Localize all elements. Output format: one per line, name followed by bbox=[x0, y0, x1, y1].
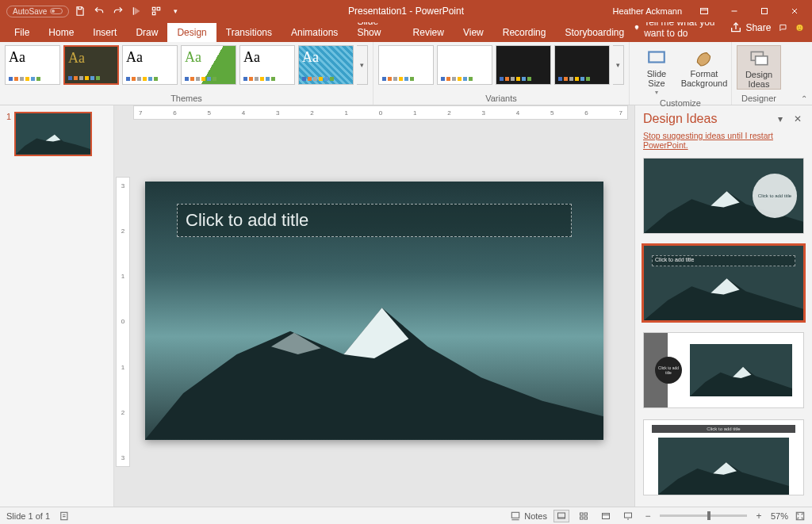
stop-suggesting-link[interactable]: Stop suggesting ideas until I restart Po… bbox=[643, 131, 804, 150]
pane-close-icon[interactable]: ✕ bbox=[791, 113, 804, 125]
themes-more-icon[interactable]: ▾ bbox=[357, 45, 368, 85]
idea3-title-circle: Click to add title bbox=[655, 357, 682, 384]
slideshow-view-icon[interactable] bbox=[620, 510, 636, 522]
theme-option-4[interactable]: Aa bbox=[181, 45, 236, 85]
tab-insert[interactable]: Insert bbox=[83, 23, 126, 42]
svg-rect-28 bbox=[584, 513, 588, 515]
qat-more-icon[interactable]: ▾ bbox=[167, 3, 183, 19]
comments-icon[interactable] bbox=[779, 21, 787, 34]
slide-size-button[interactable]: Slide Size ▾ bbox=[634, 45, 679, 97]
slide-editor: 765432101234567 3210123 Click to add tit… bbox=[114, 105, 634, 507]
designer-group-label: Designer bbox=[737, 92, 781, 103]
variant-option-1[interactable] bbox=[378, 45, 434, 85]
design-idea-1[interactable]: Click to add title bbox=[643, 158, 804, 234]
feedback-icon[interactable] bbox=[795, 21, 804, 34]
svg-rect-8 bbox=[649, 52, 665, 63]
autosave-toggle[interactable]: AutoSave bbox=[6, 6, 69, 17]
touch-mode-icon[interactable] bbox=[148, 3, 164, 19]
design-ideas-pane: Design Ideas ▾ ✕ Stop suggesting ideas u… bbox=[634, 105, 812, 507]
redo-icon[interactable] bbox=[110, 3, 126, 19]
undo-icon[interactable] bbox=[91, 3, 107, 19]
svg-rect-1 bbox=[158, 7, 161, 10]
slide-thumbnail-pane: 1 bbox=[0, 105, 114, 507]
share-button[interactable]: Share bbox=[730, 21, 771, 34]
tab-review[interactable]: Review bbox=[404, 23, 454, 42]
theme-option-1[interactable]: Aa bbox=[5, 45, 60, 85]
zoom-slider[interactable] bbox=[660, 514, 747, 517]
maximize-icon[interactable] bbox=[750, 0, 779, 22]
svg-point-7 bbox=[801, 27, 802, 28]
variant-option-2[interactable] bbox=[437, 45, 492, 85]
pane-options-icon[interactable]: ▾ bbox=[774, 113, 787, 125]
zoom-level[interactable]: 57% bbox=[771, 511, 788, 521]
theme-option-6[interactable]: Aa bbox=[298, 45, 354, 85]
tab-storyboarding[interactable]: Storyboarding bbox=[555, 23, 634, 42]
tab-transitions[interactable]: Transitions bbox=[216, 23, 282, 42]
design-idea-2[interactable]: Click to add title bbox=[643, 245, 804, 321]
slide-thumbnail-1[interactable] bbox=[14, 112, 92, 156]
svg-point-5 bbox=[797, 25, 803, 31]
ribbon-display-icon[interactable] bbox=[690, 0, 718, 22]
slide-number: 1 bbox=[6, 112, 11, 156]
design-ideas-button[interactable]: Design Ideas bbox=[737, 45, 781, 90]
theme-option-5[interactable]: Aa bbox=[239, 45, 295, 85]
close-icon[interactable] bbox=[780, 0, 809, 22]
sorter-view-icon[interactable] bbox=[576, 510, 592, 522]
status-bar: Slide 1 of 1 Notes − + 57% bbox=[0, 507, 812, 524]
format-background-button[interactable]: Format Background bbox=[682, 45, 726, 97]
svg-rect-27 bbox=[580, 513, 583, 515]
svg-rect-2 bbox=[153, 12, 156, 15]
variants-group-label: Variants bbox=[378, 92, 624, 103]
svg-rect-0 bbox=[153, 7, 156, 10]
reading-view-icon[interactable] bbox=[598, 510, 614, 522]
normal-view-icon[interactable] bbox=[553, 510, 569, 522]
minimize-icon[interactable] bbox=[720, 0, 749, 22]
ribbon-tabs: File Home Insert Draw Design Transitions… bbox=[0, 22, 812, 42]
slide-canvas[interactable]: Click to add title bbox=[145, 182, 603, 440]
tab-view[interactable]: View bbox=[454, 23, 493, 42]
idea4-title-bar: Click to add title bbox=[652, 425, 795, 433]
themes-group-label: Themes bbox=[5, 92, 368, 103]
save-icon[interactable] bbox=[72, 3, 88, 19]
vertical-ruler: 3210123 bbox=[116, 177, 130, 467]
svg-rect-30 bbox=[584, 517, 588, 519]
svg-rect-32 bbox=[624, 513, 631, 518]
horizontal-ruler: 765432101234567 bbox=[133, 105, 628, 120]
svg-rect-10 bbox=[756, 56, 768, 65]
tab-animations[interactable]: Animations bbox=[282, 23, 347, 42]
variant-option-4[interactable] bbox=[554, 45, 610, 85]
svg-rect-25 bbox=[512, 512, 519, 518]
svg-rect-3 bbox=[701, 9, 708, 14]
tab-draw[interactable]: Draw bbox=[126, 23, 167, 42]
zoom-in-icon[interactable]: + bbox=[753, 511, 764, 522]
collapse-ribbon-icon[interactable]: ⌃ bbox=[801, 94, 807, 103]
user-name[interactable]: Heather Ackmann bbox=[607, 6, 688, 16]
svg-rect-4 bbox=[762, 9, 768, 14]
tab-file[interactable]: File bbox=[5, 23, 39, 42]
design-ideas-heading: Design Ideas bbox=[643, 112, 769, 126]
tab-design[interactable]: Design bbox=[167, 23, 216, 42]
spellcheck-icon[interactable] bbox=[59, 511, 71, 522]
svg-rect-31 bbox=[602, 513, 609, 518]
idea2-title-bar: Click to add title bbox=[652, 255, 795, 266]
variants-more-icon[interactable]: ▾ bbox=[613, 45, 624, 85]
ribbon: Aa Aa Aa Aa Aa Aa ▾ Themes ▾ Variants Sl… bbox=[0, 42, 812, 105]
theme-option-3[interactable]: Aa bbox=[122, 45, 178, 85]
customize-group-label: Customize bbox=[634, 97, 726, 108]
variant-option-3[interactable] bbox=[496, 45, 551, 85]
idea1-title-circle: Click to add title bbox=[753, 174, 797, 218]
theme-option-2[interactable]: Aa bbox=[63, 45, 119, 85]
tab-recording[interactable]: Recording bbox=[493, 23, 556, 42]
design-idea-3[interactable]: Click to add title bbox=[643, 332, 804, 408]
slide-counter: Slide 1 of 1 bbox=[6, 511, 50, 521]
fit-to-window-icon[interactable] bbox=[795, 511, 806, 522]
design-idea-4[interactable]: Click to add title bbox=[643, 419, 804, 495]
start-from-beginning-icon[interactable] bbox=[129, 3, 145, 19]
zoom-out-icon[interactable]: − bbox=[642, 511, 653, 522]
svg-rect-29 bbox=[580, 517, 583, 519]
title-placeholder[interactable]: Click to add title bbox=[177, 204, 572, 237]
tab-home[interactable]: Home bbox=[39, 23, 83, 42]
title-bar: AutoSave ▾ Presentation1 - PowerPoint He… bbox=[0, 0, 812, 22]
svg-point-6 bbox=[799, 27, 799, 28]
notes-button[interactable]: Notes bbox=[510, 511, 547, 522]
